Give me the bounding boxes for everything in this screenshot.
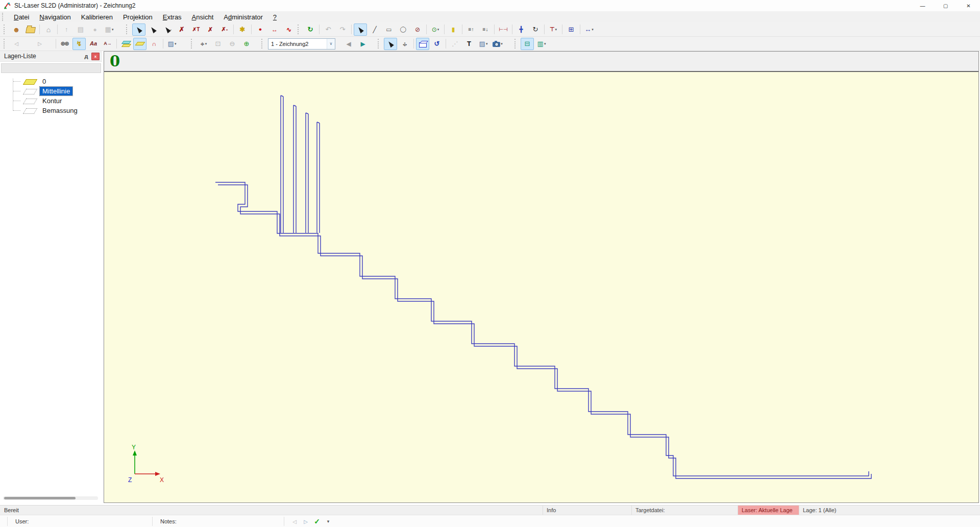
maximize-button[interactable]: ▢	[934, 0, 957, 11]
select-ellipse-icon[interactable]: ◯	[397, 23, 410, 36]
dropdown-arrow-icon[interactable]: ▾	[437, 28, 439, 31]
zoom-out-icon[interactable]: ⊖	[226, 38, 239, 50]
grid-view-icon[interactable]: ⊟	[521, 38, 534, 50]
select-direct-icon[interactable]	[146, 23, 160, 36]
next-page-icon[interactable]: ▷	[33, 38, 46, 50]
nav-forward-icon[interactable]: ▶	[356, 38, 370, 50]
prev-page-icon[interactable]: ◁	[10, 38, 23, 50]
rotate-view-icon[interactable]: ↺	[430, 38, 444, 50]
nav-back-icon[interactable]: ◀	[342, 38, 355, 50]
select-mode-icon[interactable]	[354, 23, 367, 36]
export-icon[interactable]: ↑	[60, 23, 73, 36]
laser-pointer-icon[interactable]: ✱	[236, 23, 249, 36]
search-icon[interactable]: ◎◎	[58, 38, 71, 50]
sphere-icon[interactable]: ●	[88, 23, 102, 36]
dropdown-arrow-icon[interactable]: ▾	[501, 42, 503, 45]
refresh-icon[interactable]: ↻	[304, 23, 317, 36]
laser-line-icon[interactable]: ↔	[268, 23, 281, 36]
dropdown-arrow-icon[interactable]: ▾	[205, 42, 207, 45]
close-icon[interactable]: x	[91, 53, 100, 60]
menu-datei[interactable]: Datei	[9, 12, 34, 22]
scrollbar-thumb[interactable]	[4, 497, 76, 499]
minimize-button[interactable]: —	[911, 0, 934, 11]
layer-item-kontur[interactable]: Kontur	[0, 96, 102, 106]
layer-item-mittellinie[interactable]: Mittellinie	[0, 86, 102, 96]
print-icon[interactable]: ▤	[74, 23, 87, 36]
image-icon[interactable]: ▨▾	[165, 38, 179, 50]
undo-icon[interactable]: ↶	[322, 23, 335, 36]
film-icon[interactable]: ▦▾	[103, 23, 116, 36]
toolbar-separator	[444, 25, 445, 34]
move-icon[interactable]: ╋	[514, 23, 528, 36]
font-icon[interactable]: Aa	[87, 38, 100, 50]
draw-line-icon[interactable]: ╱	[368, 23, 381, 36]
dropdown-arrow-icon[interactable]: ▾	[486, 42, 488, 45]
zoom-fit-icon[interactable]: ⊡	[211, 38, 225, 50]
columns-view-icon[interactable]: ▥▾	[535, 38, 548, 50]
select-arrow-icon[interactable]	[132, 23, 145, 36]
user-icon[interactable]: ☻	[10, 23, 23, 36]
curve-points-icon[interactable]: ∩	[148, 38, 161, 50]
sort-down-icon[interactable]: ≡↓	[479, 23, 492, 36]
laser-point-icon[interactable]: •	[254, 23, 267, 36]
dropdown-icon[interactable]: ▾	[323, 517, 334, 526]
font-arrow-icon[interactable]: A→	[101, 38, 114, 50]
menu-administrator[interactable]: Administrator	[218, 12, 268, 22]
delete-segment-icon[interactable]: ✗-	[218, 23, 231, 36]
redo-icon[interactable]: ↷	[336, 23, 349, 36]
measure-diagonal-icon[interactable]: ⋰	[448, 38, 461, 50]
delete-element-icon[interactable]: ✗	[204, 23, 217, 36]
menu-projektion[interactable]: Projektion	[118, 12, 158, 22]
open-folder-icon[interactable]	[24, 23, 37, 36]
next-note-icon[interactable]: ▷	[300, 517, 311, 526]
chevron-down-icon[interactable]: ∨	[327, 39, 335, 49]
snap-point-icon[interactable]: ⊙▾	[429, 23, 442, 36]
menu-kalibrieren[interactable]: Kalibrieren	[76, 12, 118, 22]
view-3d-icon[interactable]	[416, 38, 429, 50]
close-button[interactable]: ✕	[957, 0, 980, 11]
horizontal-scrollbar[interactable]	[3, 496, 98, 500]
dropdown-arrow-icon[interactable]: ▾	[592, 28, 594, 31]
pan-view-icon[interactable]: ⌖▾	[197, 38, 210, 50]
dropdown-arrow-icon[interactable]: ▾	[555, 28, 557, 31]
select-path-icon[interactable]	[161, 23, 174, 36]
rotate-icon[interactable]: ↻	[529, 23, 542, 36]
dropdown-arrow-icon[interactable]: ▾	[112, 28, 114, 31]
pin-icon[interactable]: д	[83, 53, 90, 59]
drawing-selector-value: 1 - Zeichnung2	[268, 41, 327, 47]
dimension-icon[interactable]: ⊢⊣	[497, 23, 510, 36]
plumb-icon[interactable]: ▮	[447, 23, 460, 36]
select-cursor-icon[interactable]	[384, 38, 397, 50]
sort-up-icon[interactable]: ≡↑	[464, 23, 478, 36]
camera-icon[interactable]: ▾	[491, 38, 504, 50]
viewport-icon[interactable]: ⊞	[565, 23, 578, 36]
prev-note-icon[interactable]: ◁	[289, 517, 300, 526]
machine-icon[interactable]: ⌂	[42, 23, 55, 36]
image-insert-icon[interactable]: ▨▾	[477, 38, 490, 50]
deselect-icon[interactable]: ⊘	[411, 23, 424, 36]
zoom-in-icon[interactable]: ⊕	[240, 38, 253, 50]
layer-item-0[interactable]: 0	[0, 77, 102, 86]
laser-curve-icon[interactable]: ∿	[282, 23, 296, 36]
menu-?[interactable]: ?	[268, 12, 282, 22]
active-layer-icon[interactable]	[133, 38, 146, 50]
quick-edit-icon[interactable]: ↯	[72, 38, 86, 50]
delete-text-icon[interactable]: ✗T	[189, 23, 203, 36]
drawing-canvas[interactable]: YZX	[104, 72, 978, 502]
select-rect-icon[interactable]: ▭	[382, 23, 396, 36]
delete-icon[interactable]: ✗	[175, 23, 188, 36]
confirm-icon[interactable]: ✓	[311, 517, 323, 526]
menu-ansicht[interactable]: Ansicht	[187, 12, 219, 22]
text-icon[interactable]: T	[462, 38, 476, 50]
dropdown-arrow-icon[interactable]: ▾	[175, 42, 177, 45]
layer-item-bemassung[interactable]: Bemassung	[0, 106, 102, 115]
pan-move-icon[interactable]	[398, 38, 411, 50]
dropdown-arrow-icon[interactable]: ▾	[544, 42, 546, 45]
width-icon[interactable]: ↔▾	[582, 23, 596, 36]
menu-extras[interactable]: Extras	[158, 12, 187, 22]
layers-icon[interactable]	[119, 38, 132, 50]
drawing-selector[interactable]: 1 - Zeichnung2∨	[268, 38, 335, 50]
menu-navigation[interactable]: Navigation	[34, 12, 76, 22]
svg-text:Y: Y	[132, 444, 136, 451]
measure-icon[interactable]: ⊤▾	[547, 23, 560, 36]
